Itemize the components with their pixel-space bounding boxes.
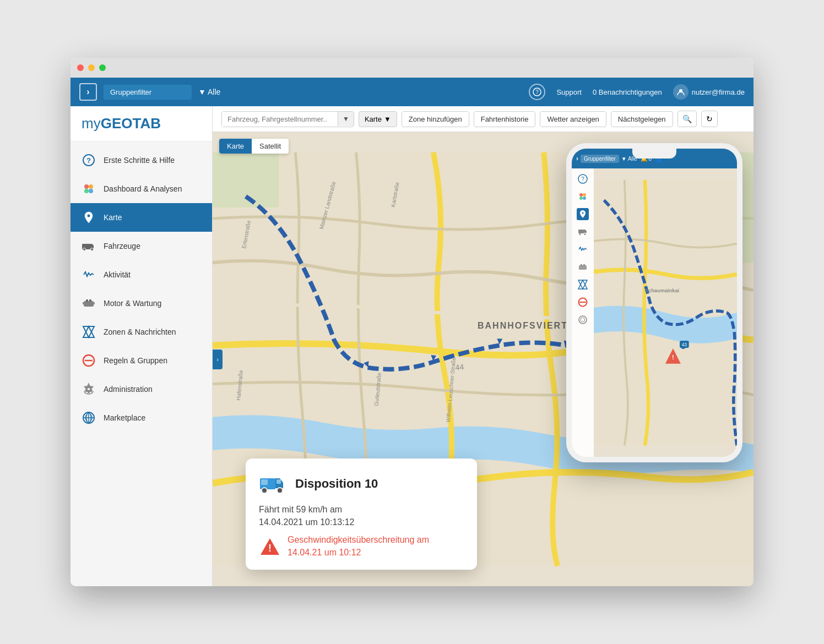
- search-nearby-icon[interactable]: 🔍: [677, 111, 697, 127]
- toolbar: ▼ Karte ▼ Zone hinzufügen Fahrtenhistori…: [213, 106, 753, 132]
- zone-hinzufuegen-button[interactable]: Zone hinzufügen: [402, 111, 469, 127]
- sidebar-item-dashboard[interactable]: Dashboard & Analysen: [71, 174, 212, 203]
- svg-text:!: !: [672, 354, 674, 361]
- svg-point-76: [262, 488, 267, 493]
- sidebar-label-karte: Karte: [104, 213, 122, 222]
- svg-rect-14: [84, 301, 94, 307]
- marketplace-icon: [82, 411, 96, 425]
- notifications-label[interactable]: 0 Benachrichtigungen: [593, 88, 662, 96]
- browser-dot-green[interactable]: [99, 64, 106, 71]
- phone-engine-icon: [577, 261, 589, 273]
- svg-rect-73: [261, 479, 268, 485]
- popup-alert-text: Geschwindigkeitsüberschreitung am 14.04.…: [288, 534, 464, 559]
- fahrtenhistorie-button[interactable]: Fahrtenhistorie: [474, 111, 536, 127]
- sidebar-item-motor[interactable]: Motor & Wartung: [71, 289, 212, 318]
- map-area[interactable]: 44 44 BAHNHOFSVIERTEL INNENSTADT I GUTLE…: [213, 132, 753, 586]
- search-input[interactable]: [222, 112, 338, 127]
- sidebar-collapse-button[interactable]: ›: [213, 350, 223, 369]
- refresh-button[interactable]: ↻: [701, 111, 718, 127]
- phone-map-icon: [577, 208, 589, 220]
- sidebar-item-aktivitaet[interactable]: Aktivität: [71, 260, 212, 289]
- svg-text:!: !: [268, 543, 272, 554]
- popup-truck-icon: [259, 470, 288, 498]
- phone-help-icon: ?: [577, 173, 589, 185]
- sidebar-item-erste-schritte[interactable]: ? Erste Schritte & Hilfe: [71, 146, 212, 174]
- nav-expand-button[interactable]: ›: [79, 83, 97, 101]
- svg-rect-18: [93, 302, 95, 304]
- browser-window: › ▼ Alle ? Support 0 Benachrichtigungen: [71, 58, 753, 586]
- svg-marker-54: [584, 230, 587, 233]
- sidebar-label-regeln: Regeln & Gruppen: [104, 356, 167, 365]
- svg-marker-60: [578, 280, 587, 289]
- svg-point-64: [579, 316, 587, 324]
- sidebar-item-zonen[interactable]: Zonen & Nachrichten: [71, 318, 212, 346]
- svg-point-52: [582, 212, 584, 214]
- svg-point-49: [583, 193, 586, 197]
- activity-icon: [82, 268, 96, 282]
- svg-text:43: 43: [682, 342, 687, 347]
- top-nav: › ▼ Alle ? Support 0 Benachrichtigungen: [71, 78, 753, 106]
- app-container: › ▼ Alle ? Support 0 Benachrichtigungen: [71, 78, 753, 586]
- rules-icon: [82, 353, 96, 368]
- phone-zones-icon: [577, 279, 589, 291]
- phone-admin-icon: [577, 314, 589, 326]
- svg-rect-15: [86, 299, 88, 302]
- sidebar: myGEOTAB ? Erste Schritte & Hilfe: [71, 106, 213, 586]
- svg-text:?: ?: [581, 176, 584, 182]
- naechstgelegen-button[interactable]: Nächstgelegen: [611, 111, 673, 127]
- svg-point-50: [579, 197, 583, 200]
- map-toggle: Karte Satellit: [219, 139, 289, 154]
- phone-truck-icon: [577, 226, 589, 238]
- karte-view-button[interactable]: Karte ▼: [359, 111, 397, 127]
- popup-card: Disposition 10 Fährt mit 59 km/h am14.04…: [246, 459, 477, 570]
- phone-rules-icon: [577, 296, 589, 308]
- svg-rect-58: [581, 264, 582, 266]
- sidebar-label-marketplace: Marketplace: [104, 413, 145, 422]
- user-menu[interactable]: nutzer@firma.de: [673, 84, 745, 100]
- svg-point-13: [91, 248, 94, 251]
- svg-marker-20: [83, 326, 94, 337]
- dashboard-icon: [82, 182, 96, 196]
- satellit-toggle[interactable]: Satellit: [252, 139, 289, 154]
- search-group: ▼: [221, 111, 354, 127]
- popup-header: Disposition 10: [259, 470, 464, 498]
- nav-right: ? Support 0 Benachrichtigungen nutzer@fi…: [529, 84, 745, 100]
- zones-icon: [82, 325, 96, 339]
- svg-text:44: 44: [455, 362, 464, 372]
- wetter-anzeigen-button[interactable]: Wetter anzeigen: [540, 111, 606, 127]
- svg-point-12: [83, 248, 86, 251]
- sidebar-label-aktivitaet: Aktivität: [104, 270, 131, 279]
- sidebar-item-karte[interactable]: Karte: [71, 203, 212, 232]
- sidebar-item-marketplace[interactable]: Marketplace: [71, 403, 212, 432]
- svg-point-9: [88, 215, 90, 217]
- group-filter-input[interactable]: [104, 85, 192, 100]
- phone-sidebar: ?: [572, 168, 594, 457]
- support-icon[interactable]: ?: [529, 84, 545, 100]
- sidebar-label-erste-schritte: Erste Schritte & Hilfe: [104, 156, 175, 165]
- browser-dot-red[interactable]: [77, 64, 84, 71]
- phone-notch: [632, 149, 676, 159]
- phone-activity-icon: [577, 243, 589, 255]
- admin-icon: [82, 382, 96, 396]
- search-dropdown-button[interactable]: ▼: [338, 112, 354, 126]
- sidebar-item-fahrzeuge[interactable]: Fahrzeuge: [71, 232, 212, 260]
- alle-dropdown[interactable]: ▼ Alle: [198, 88, 220, 96]
- svg-rect-75: [277, 479, 281, 484]
- map-icon: [82, 210, 96, 225]
- sidebar-label-administration: Administration: [104, 385, 153, 394]
- svg-marker-19: [83, 326, 94, 337]
- svg-text:?: ?: [536, 89, 539, 95]
- svg-point-55: [579, 233, 581, 235]
- svg-rect-53: [578, 230, 584, 233]
- svg-rect-17: [83, 302, 84, 304]
- support-label[interactable]: Support: [556, 88, 582, 96]
- sidebar-item-administration[interactable]: Administration: [71, 375, 212, 403]
- logo: myGEOTAB: [82, 115, 201, 132]
- svg-point-5: [84, 184, 89, 189]
- svg-rect-59: [583, 264, 585, 266]
- sidebar-label-zonen: Zonen & Nachrichten: [104, 328, 176, 336]
- question-icon: ?: [82, 153, 96, 167]
- browser-dot-yellow[interactable]: [88, 64, 95, 71]
- sidebar-item-regeln[interactable]: Regeln & Gruppen: [71, 346, 212, 375]
- karte-toggle[interactable]: Karte: [219, 139, 252, 154]
